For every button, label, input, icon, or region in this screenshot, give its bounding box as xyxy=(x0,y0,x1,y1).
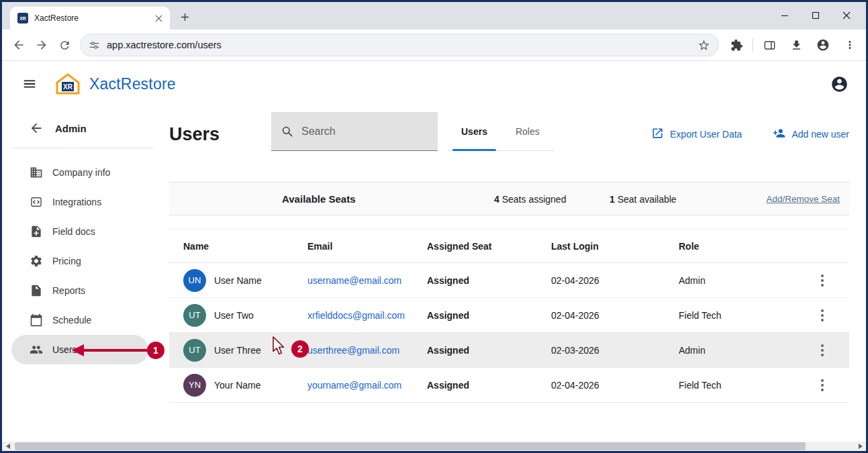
annotation-arrow-head xyxy=(72,344,84,356)
browser-tab[interactable]: XR XactRestore xyxy=(10,7,170,30)
sidebar-item-label: Schedule xyxy=(52,315,91,325)
avatar: UT xyxy=(183,339,206,362)
sidebar-item-company-info[interactable]: Company info xyxy=(11,158,148,187)
row-menu-button[interactable] xyxy=(818,271,827,290)
avatar: YN xyxy=(183,374,206,397)
user-email-link[interactable]: xrfielddocs@gmail.com xyxy=(307,310,427,321)
avatar: UT xyxy=(183,304,206,327)
sidebar-item-schedule[interactable]: Schedule xyxy=(11,305,148,335)
user-email-link[interactable]: username@email.com xyxy=(307,275,427,286)
export-user-data-button[interactable]: Export User Data xyxy=(651,127,742,142)
sidebar-admin-label: Admin xyxy=(55,123,87,134)
table-row[interactable]: UN User Name username@email.com Assigned… xyxy=(169,263,849,298)
col-header-last-login: Last Login xyxy=(551,241,679,252)
search-input[interactable] xyxy=(301,125,440,138)
add-user-label: Add new user xyxy=(791,129,849,140)
cursor-pointer-icon xyxy=(272,336,288,356)
tab-title: XactRestore xyxy=(34,13,146,23)
tab-close-icon[interactable] xyxy=(152,12,164,24)
export-label: Export User Data xyxy=(670,129,742,140)
sidebar-item-label: Company info xyxy=(52,167,110,178)
app-brand: XactRestore xyxy=(89,75,176,93)
app-header: XR XactRestore xyxy=(2,61,866,107)
user-name: User Three xyxy=(214,345,261,356)
company-info-icon xyxy=(30,166,43,179)
maximize-button[interactable] xyxy=(800,2,831,29)
user-email-link[interactable]: yourname@gmail.com xyxy=(307,380,427,391)
tab-roles-label: Roles xyxy=(516,126,540,137)
scrollbar-track[interactable] xyxy=(13,442,855,451)
table-row-highlighted[interactable]: UT User Three userthree@gmail.com Assign… xyxy=(169,333,849,368)
row-menu-button[interactable] xyxy=(818,306,827,325)
sidebar-item-label: Pricing xyxy=(52,256,81,266)
pricing-icon xyxy=(30,254,43,268)
user-email-link[interactable]: userthree@gmail.com xyxy=(307,345,427,356)
role-value: Field Tech xyxy=(679,310,795,321)
minimize-button[interactable] xyxy=(769,2,800,29)
content-tabs: Users Roles xyxy=(447,112,554,151)
download-icon[interactable] xyxy=(785,34,807,56)
scroll-left-arrow[interactable] xyxy=(2,442,13,451)
user-name: User Two xyxy=(214,310,254,321)
horizontal-scrollbar[interactable] xyxy=(2,442,866,451)
assigned-seat-value: Assigned xyxy=(427,380,551,391)
last-login-value: 02-04-2026 xyxy=(551,310,679,321)
reload-icon[interactable] xyxy=(53,34,76,56)
menu-icon[interactable] xyxy=(19,74,40,94)
col-header-role: Role xyxy=(679,241,795,252)
sidebar-item-reports[interactable]: Reports xyxy=(11,276,148,305)
account-icon[interactable] xyxy=(830,75,849,93)
search-field[interactable] xyxy=(271,112,438,151)
sidebar-item-pricing[interactable]: Pricing xyxy=(11,246,148,276)
sidebar: Admin Company info Integrations xyxy=(2,107,163,451)
user-name: User Name xyxy=(214,275,262,286)
app-logo[interactable]: XR xyxy=(56,73,80,95)
add-remove-seat-link[interactable]: Add/Remove Seat xyxy=(766,194,840,204)
back-icon[interactable] xyxy=(7,34,30,56)
url-text: app.xactrestore.com/users xyxy=(107,40,691,50)
sidebar-divider xyxy=(11,148,154,148)
cell-name: UT User Two xyxy=(183,304,307,327)
row-menu-button[interactable] xyxy=(818,376,827,395)
add-user-icon xyxy=(773,127,785,142)
seats-assigned-label: Seats assigned xyxy=(499,194,567,205)
extensions-icon[interactable] xyxy=(726,34,747,56)
side-panel-icon[interactable] xyxy=(759,34,780,56)
table-row[interactable]: UT User Two xrfielddocs@gmail.com Assign… xyxy=(169,298,849,333)
add-new-user-button[interactable]: Add new user xyxy=(773,127,849,142)
bookmark-star-icon[interactable] xyxy=(697,39,710,52)
user-name: Your Name xyxy=(214,380,261,391)
address-bar[interactable]: app.xactrestore.com/users xyxy=(80,34,719,56)
seats-available-count: 1 xyxy=(610,194,615,205)
sidebar-back-admin[interactable]: Admin xyxy=(2,112,163,144)
users-icon xyxy=(30,343,43,356)
scroll-right-arrow[interactable] xyxy=(855,442,866,451)
page-title: Users xyxy=(169,124,271,145)
role-value: Admin xyxy=(679,345,795,356)
available-seats-bar: Available Seats 4 Seats assigned 1 Seat … xyxy=(169,182,849,215)
site-info-icon[interactable] xyxy=(89,40,100,51)
reports-icon xyxy=(30,284,43,297)
assigned-seat-value: Assigned xyxy=(427,310,551,321)
new-tab-button[interactable] xyxy=(175,7,194,26)
scrollbar-thumb[interactable] xyxy=(15,442,806,450)
forward-icon[interactable] xyxy=(30,34,53,56)
svg-text:XR: XR xyxy=(63,83,73,91)
sidebar-item-integrations[interactable]: Integrations xyxy=(11,187,148,217)
close-button[interactable] xyxy=(831,2,862,29)
table-row[interactable]: YN Your Name yourname@gmail.com Assigned… xyxy=(169,368,849,403)
row-menu-button[interactable] xyxy=(818,341,827,360)
tab-users[interactable]: Users xyxy=(447,112,501,150)
sidebar-item-field-docs[interactable]: Field docs xyxy=(11,217,148,246)
seats-available-label: Seat available xyxy=(615,194,677,205)
available-seats-title: Available Seats xyxy=(282,193,356,205)
seats-assigned-count: 4 xyxy=(494,194,499,205)
profile-icon[interactable] xyxy=(812,34,834,56)
tab-roles[interactable]: Roles xyxy=(501,112,554,150)
back-arrow-icon[interactable] xyxy=(29,121,44,136)
users-table: Name Email Assigned Seat Last Login Role… xyxy=(169,229,849,403)
col-header-email: Email xyxy=(307,241,427,252)
browser-menu-icon[interactable] xyxy=(839,34,861,56)
header-actions: Export User Data Add new user xyxy=(651,127,849,142)
main-content: Users Users Roles Export xyxy=(163,107,866,451)
